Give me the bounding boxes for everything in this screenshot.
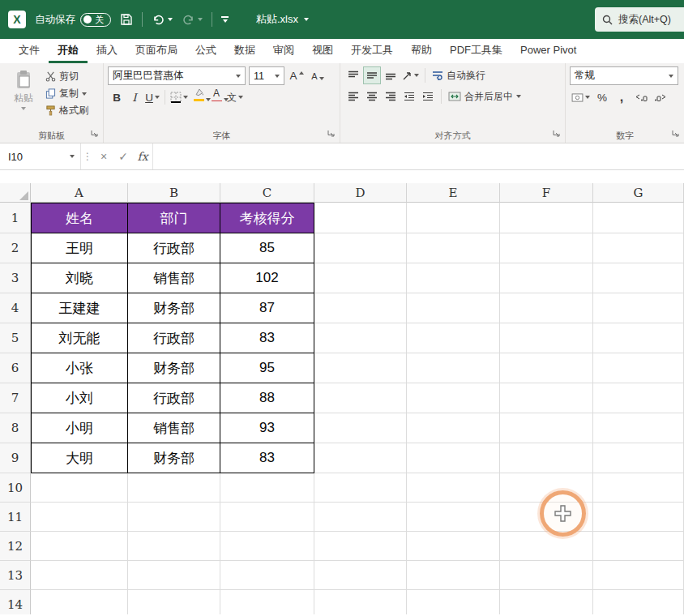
cancel-entry-button[interactable]: × <box>94 143 113 169</box>
cell-A2[interactable]: 王明 <box>31 233 128 263</box>
borders-button[interactable] <box>169 88 190 106</box>
cell-B5[interactable]: 行政部 <box>128 323 220 353</box>
autosave-toggle[interactable]: 自动保存 关 <box>35 13 111 27</box>
cell-B1[interactable]: 部门 <box>128 203 220 233</box>
undo-button[interactable] <box>152 14 173 26</box>
cell-A1[interactable]: 姓名 <box>31 203 128 233</box>
cell[interactable] <box>500 353 593 383</box>
cell-A7[interactable]: 小刘 <box>31 383 128 413</box>
fill-color-dropdown-icon[interactable] <box>206 98 211 101</box>
cell[interactable] <box>220 590 314 614</box>
cell[interactable] <box>314 443 407 473</box>
cell[interactable] <box>314 383 407 413</box>
cell-C7[interactable]: 88 <box>220 383 314 413</box>
cell[interactable] <box>314 263 407 293</box>
cell[interactable] <box>220 503 314 532</box>
cell[interactable] <box>593 203 684 233</box>
cell[interactable] <box>593 383 684 413</box>
phonetic-guide-button[interactable]: 文 <box>225 88 245 106</box>
cell[interactable] <box>407 233 500 263</box>
cell-C6[interactable]: 95 <box>220 353 314 383</box>
cell-B6[interactable]: 财务部 <box>128 353 220 383</box>
cell-A8[interactable]: 小明 <box>31 413 128 443</box>
cell-B7[interactable]: 行政部 <box>128 383 220 413</box>
search-box[interactable]: 搜索(Alt+Q) <box>595 7 684 32</box>
row-header-11[interactable]: 11 <box>0 503 31 532</box>
cell-C9[interactable]: 83 <box>220 443 314 473</box>
redo-dropdown-icon[interactable] <box>198 18 203 21</box>
col-header-C[interactable]: C <box>220 183 314 203</box>
cell-C5[interactable]: 83 <box>220 323 314 353</box>
cell-A5[interactable]: 刘无能 <box>31 323 128 353</box>
cell[interactable] <box>314 473 407 503</box>
cell[interactable] <box>220 532 314 561</box>
save-button[interactable] <box>120 13 133 26</box>
title-dropdown-icon[interactable] <box>304 18 309 21</box>
autosave-switch[interactable]: 关 <box>80 13 111 27</box>
cell-A6[interactable]: 小张 <box>31 353 128 383</box>
increase-indent-button[interactable] <box>419 88 437 105</box>
name-box[interactable]: I10 <box>0 143 81 169</box>
cell[interactable] <box>500 233 593 263</box>
cell[interactable] <box>128 561 220 590</box>
cell[interactable] <box>314 353 407 383</box>
cell-B2[interactable]: 行政部 <box>128 233 220 263</box>
cell-B4[interactable]: 财务部 <box>128 293 220 323</box>
cell[interactable] <box>31 532 128 561</box>
cell[interactable] <box>407 473 500 503</box>
cell[interactable] <box>407 353 500 383</box>
cell-B3[interactable]: 销售部 <box>128 263 220 293</box>
cell[interactable] <box>593 532 684 561</box>
cell[interactable] <box>593 323 684 353</box>
row-header-6[interactable]: 6 <box>0 353 31 383</box>
tab-developer[interactable]: 开发工具 <box>342 39 402 63</box>
borders-dropdown-icon[interactable] <box>183 96 188 99</box>
cell[interactable] <box>593 561 684 590</box>
cell[interactable] <box>128 532 220 561</box>
document-title[interactable]: 粘贴.xlsx <box>256 0 309 39</box>
tab-insert[interactable]: 插入 <box>88 39 126 63</box>
row-header-3[interactable]: 3 <box>0 263 31 293</box>
cell[interactable] <box>593 233 684 263</box>
wrap-text-button[interactable]: 自动换行 <box>430 67 488 84</box>
number-format-select[interactable]: 常规 <box>570 66 678 85</box>
copy-dropdown-icon[interactable] <box>82 92 87 96</box>
cell[interactable] <box>500 532 593 561</box>
font-color-dropdown-icon[interactable] <box>224 98 229 101</box>
cut-button[interactable]: 剪切 <box>43 68 91 85</box>
cell[interactable] <box>500 590 593 614</box>
accounting-dropdown-icon[interactable] <box>585 96 590 99</box>
col-header-G[interactable]: G <box>593 183 684 203</box>
cell[interactable] <box>593 473 684 503</box>
tab-data[interactable]: 数据 <box>225 39 264 63</box>
cell[interactable] <box>407 263 500 293</box>
excel-logo-icon[interactable]: X <box>8 11 26 28</box>
font-dialog-launcher[interactable] <box>327 126 335 140</box>
row-header-4[interactable]: 4 <box>0 293 31 323</box>
name-box-dropdown-icon[interactable] <box>70 155 75 158</box>
cell[interactable] <box>500 443 593 473</box>
cell[interactable] <box>220 561 314 590</box>
cell[interactable] <box>500 293 593 323</box>
row-header-5[interactable]: 5 <box>0 323 31 353</box>
cell[interactable] <box>220 473 314 503</box>
cell[interactable] <box>314 590 407 614</box>
font-name-select[interactable]: 阿里巴巴普惠体 <box>108 66 246 85</box>
align-middle-button[interactable] <box>363 66 381 84</box>
cell[interactable] <box>500 323 593 353</box>
row-header-7[interactable]: 7 <box>0 383 31 413</box>
merge-center-button[interactable]: 合并后居中 <box>446 88 524 105</box>
cell-C2[interactable]: 85 <box>220 233 314 263</box>
cell[interactable] <box>407 532 500 561</box>
tab-formulas[interactable]: 公式 <box>186 39 225 63</box>
col-header-F[interactable]: F <box>500 183 593 203</box>
cell[interactable] <box>31 503 128 532</box>
cell-A3[interactable]: 刘晓 <box>31 263 128 293</box>
row-header-1[interactable]: 1 <box>0 203 31 233</box>
tab-pdf-tools[interactable]: PDF工具集 <box>441 39 511 63</box>
increase-decimal-button[interactable] <box>632 88 650 106</box>
shrink-font-button[interactable]: A <box>309 67 327 85</box>
cell[interactable] <box>407 383 500 413</box>
cell-A4[interactable]: 王建建 <box>31 293 128 323</box>
align-right-button[interactable] <box>382 88 400 105</box>
